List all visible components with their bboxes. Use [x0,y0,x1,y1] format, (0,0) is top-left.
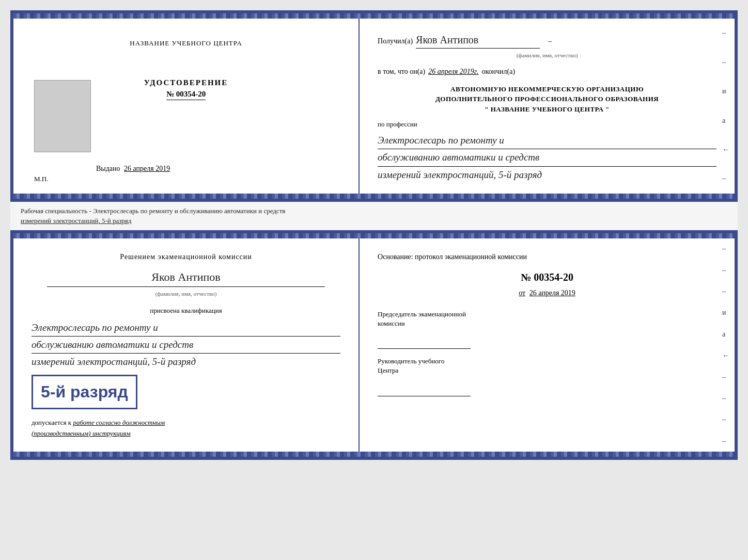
udostoverenie-number: № 00354-20 [166,90,206,100]
cert-top-left: НАЗВАНИЕ УЧЕБНОГО ЦЕНТРА УДОСТОВЕРЕНИЕ №… [13,19,360,194]
vydano-prefix: Выдано [96,165,120,172]
side-dashes-right: – – и а ← – [722,19,729,194]
recipient-row: Получил(а) Яков Антипов – [378,31,716,49]
fio-label-top: (фамилия, имя, отчество) [517,52,578,58]
predsedatel-signature-line [378,339,471,349]
profession-label: по профессии [378,119,716,130]
vydano-date: 26 апреля 2019 [124,165,170,172]
org-line3: " НАЗВАНИЕ УЧЕБНОГО ЦЕНТРА " [378,104,716,115]
middle-line2: измерений электростанций, 5-й разряд [21,216,727,226]
profession-line1: Электрослесарь по ремонту и [378,132,716,149]
org-quote-open: " [485,105,489,113]
razryad-box: 5-й разряд [32,375,137,409]
org-line2: ДОПОЛНИТЕЛЬНОГО ПРОФЕССИОНАЛЬНОГО ОБРАЗО… [378,94,716,104]
qual-line1: Электрослесарь по ремонту и [32,319,340,337]
middle-line1: Рабочая специальность - Электрослесарь п… [21,206,727,216]
ot-prefix: от [519,289,525,297]
qual-line3: измерений электростанций, 5-й разряд [32,354,340,370]
profession-line3: измерений электростанций, 5-й разряд [378,167,716,183]
razryad-big-label: 5-й разряд [41,382,128,401]
dopuskaetsya-row: допускается к работе согласно должностны… [32,418,340,428]
cert-top-container: НАЗВАНИЕ УЧЕБНОГО ЦЕНТРА УДОСТОВЕРЕНИЕ №… [10,10,738,202]
predsedatel-line2: комиссии [378,319,716,328]
poluchil-prefix: Получил(а) [378,36,413,47]
protocol-number: № 00354-20 [378,269,716,285]
assigned-label: присвоена квалификация [32,306,340,316]
okonchil-label: окончил(а) [482,66,516,77]
rukovoditel-line2: Центра [378,366,716,375]
rukovoditel-block: Руководитель учебного Центра [378,357,716,396]
org-quote-close: " [605,105,610,113]
vtom-row: в том, что он(а) 26 апреля 2019г. окончи… [378,66,716,77]
rukovoditel-label: Руководитель учебного Центра [378,357,716,375]
bottom-stripe-top [13,194,735,199]
org-block: АВТОНОМНУЮ НЕКОММЕРЧЕСКУЮ ОРГАНИЗАЦИЮ ДО… [378,84,716,115]
cert-top-body: НАЗВАНИЕ УЧЕБНОГО ЦЕНТРА УДОСТОВЕРЕНИЕ №… [13,19,735,194]
rukovoditel-line1: Руководитель учебного [378,357,716,366]
predsedatel-block: Председатель экаменационной комиссии [378,310,716,349]
predsedatel-label: Председатель экаменационной комиссии [378,310,716,328]
org-line1: АВТОНОМНУЮ НЕКОММЕРЧЕСКУЮ ОРГАНИЗАЦИЮ [378,84,716,94]
osnowanie-text: Основание: протокол экаменационной комис… [378,251,716,263]
cert-bottom-left: Решением экаменационной комиссии Яков Ан… [13,238,360,452]
person-name-bottom: Яков Антипов [47,268,325,286]
cert-top-right: Получил(а) Яков Антипов – (фамилия, имя,… [360,19,735,194]
ot-date: 26 апреля 2019 [529,289,575,297]
profession-line2: обслуживанию автоматики и средств [378,149,716,166]
fio-label-bottom-text: (фамилия, имя, отчество) [155,291,217,297]
top-stripe [13,13,735,19]
mp-label: М.П. [34,175,48,183]
qualification-value: Электрослесарь по ремонту и обслуживанию… [32,319,340,371]
decision-title: Решением экаменационной комиссии [32,251,340,263]
cert-bottom-right: Основание: протокол экаменационной комис… [360,238,735,452]
profession-value: Электрослесарь по ремонту и обслуживанию… [378,132,716,183]
top-stripe-bottom [13,233,735,238]
cert-bottom-container: Решением экаменационной комиссии Яков Ан… [10,230,738,460]
photo-placeholder [34,80,91,152]
page-wrapper: НАЗВАНИЕ УЧЕБНОГО ЦЕНТРА УДОСТОВЕРЕНИЕ №… [10,10,738,460]
vydano-line: Выдано 26 апреля 2019 [96,165,170,173]
org-name: НАЗВАНИЕ УЧЕБНОГО ЦЕНТРА [491,105,604,113]
side-dashes-bottom-right: – – – и а ← – – – – [722,238,729,452]
dopuskaetsya-text: работе согласно должностным [73,419,165,426]
vtom-date: 26 апреля 2019г. [428,66,478,77]
cert-bottom-body: Решением экаменационной комиссии Яков Ан… [13,238,735,452]
person-name-row: Яков Антипов [32,268,340,286]
udostoverenie-title: УДОСТОВЕРЕНИЕ [144,78,228,87]
predsedatel-line1: Председатель экаменационной [378,310,716,319]
dopuskaetsya-prefix: допускается к [32,419,71,426]
middle-text: Рабочая специальность - Электрослесарь п… [10,202,738,230]
qual-line2: обслуживанию автоматики и средств [32,337,340,354]
dopuskaetsya-text2: (производственным) инструкциям [32,428,340,439]
bottom-stripe-bottom [13,452,735,457]
center-name-label: НАЗВАНИЕ УЧЕБНОГО ЦЕНТРА [130,39,242,47]
fio-label-bottom: (фамилия, имя, отчество) [32,288,340,299]
recipient-name: Яков Антипов [416,31,540,49]
vtom-prefix: в том, что он(а) [378,66,425,77]
rukovoditel-signature-line [378,386,471,396]
ot-date-row: от 26 апреля 2019 [378,287,716,299]
